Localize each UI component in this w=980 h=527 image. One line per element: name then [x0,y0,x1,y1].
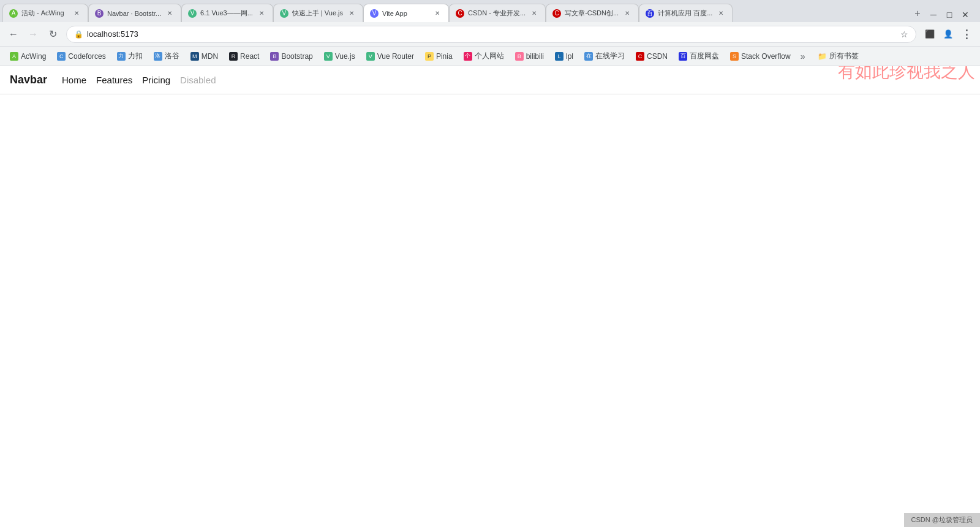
bookmark-label-12: lpl [566,52,573,61]
bookmark-favicon-8: V [366,52,375,61]
maximize-button[interactable]: □ [942,7,957,22]
tab-close-tab3[interactable]: ✕ [257,9,266,18]
bookmark-label-4: MDN [202,52,218,61]
bookmark-favicon-4: M [190,52,199,61]
bookmark-favicon-7: V [324,52,333,61]
tab-close-tab7[interactable]: ✕ [622,9,632,18]
nav-link-home[interactable]: Home [62,75,86,85]
browser-tab-tab6[interactable]: CCSDN - 专业开发...✕ [449,4,546,22]
bookmark-favicon-2: 力 [117,52,126,61]
tab-title-tab8: 计算机应用 百度... [658,9,712,18]
bookmark-favicon-0: A [10,52,18,61]
url-display: localhost:5173 [87,29,897,39]
bookmark-favicon-3: 洛 [154,52,162,61]
csdn-footer-text: @垃圾管理员 [932,516,973,523]
browser-tab-tab2[interactable]: BNavbar · Bootstr...✕ [88,4,181,22]
bookmark-15[interactable]: 百百度网盘 [674,49,724,64]
window-controls: ─ □ ✕ [926,7,978,22]
tab-favicon-tab8: 百 [646,9,654,18]
bookmark-label-11: bilibili [526,52,544,61]
browser-tab-tab5[interactable]: VVite App✕ [363,4,449,22]
bookmark-2[interactable]: 力力扣 [112,49,148,64]
browser-tab-tab3[interactable]: V6.1 Vue3——网...✕ [181,4,273,22]
bookmark-favicon-6: B [270,52,279,61]
bookmark-7[interactable]: VVue.js [319,49,360,64]
bookmark-favicon-16: S [730,52,739,61]
bookmark-favicon-14: C [636,52,644,61]
bookmark-13[interactable]: 在在线学习 [579,49,630,64]
bookmark-label-9: Pinia [436,52,453,61]
tab-close-tab2[interactable]: ✕ [165,9,175,18]
browser-tab-tab1[interactable]: A活动 - AcWing✕ [2,4,88,22]
nav-link-features[interactable]: Features [96,75,132,85]
bookmark-label-1: Codeforces [68,52,105,61]
bookmark-favicon-15: 百 [679,52,687,61]
tab-bar-row: A活动 - AcWing✕BNavbar · Bootstr...✕V6.1 V… [2,4,907,22]
tab-favicon-tab2: B [95,9,104,18]
tab-title-tab2: Navbar · Bootstr... [107,10,161,17]
page-content: Navbar HomeFeaturesPricingDisabled There… [0,66,980,527]
star-icon[interactable]: ☆ [900,29,908,39]
tab-close-tab4[interactable]: ✕ [347,9,356,18]
bookmark-favicon-9: P [425,52,434,61]
tab-title-tab1: 活动 - AcWing [21,9,68,18]
profile-button[interactable]: 👤 [940,26,957,43]
tab-close-tab1[interactable]: ✕ [72,9,81,18]
tab-favicon-tab5: V [370,9,379,18]
folder-icon: 📁 [818,52,827,61]
bookmark-label-8: Vue Router [377,52,414,61]
minimize-button[interactable]: ─ [926,7,941,22]
tab-close-tab8[interactable]: ✕ [716,9,726,18]
bookmark-11[interactable]: Bbilibili [510,49,549,64]
browser-tab-tab7[interactable]: C写文章-CSDN创...✕ [546,4,639,22]
bookmark-label-10: 个人网站 [475,51,504,61]
tab-close-tab5[interactable]: ✕ [432,9,442,18]
forward-button: → [24,26,42,43]
app-navbar: Navbar HomeFeaturesPricingDisabled [0,66,980,94]
bookmark-label-3: 洛谷 [165,51,179,61]
bookmark-label-16: Stack Overflow [741,52,791,61]
bookmark-label-15: 百度网盘 [690,51,719,61]
bookmark-16[interactable]: SStack Overflow [725,49,796,64]
browser-tab-tab4[interactable]: V快速上手 | Vue.js✕ [273,4,363,22]
browser-tab-tab8[interactable]: 百计算机应用 百度...✕ [639,4,733,22]
tab-title-tab4: 快速上手 | Vue.js [292,9,343,18]
bookmark-8[interactable]: VVue Router [361,49,419,64]
bookmark-favicon-12: L [555,52,564,61]
tab-title-tab3: 6.1 Vue3——网... [200,9,253,18]
csdn-footer: CSDN @垃圾管理员 [904,513,980,527]
bookmark-6[interactable]: BBootstrap [265,49,317,64]
nav-link-disabled: Disabled [180,75,216,85]
bookmark-3[interactable]: 洛洛谷 [149,49,184,64]
close-button[interactable]: ✕ [958,7,973,22]
new-tab-button[interactable]: + [909,5,926,22]
bookmark-4[interactable]: MMDN [186,49,223,64]
bookmark-10[interactable]: 个个人网站 [459,49,509,64]
bookmark-9[interactable]: PPinia [420,49,458,64]
all-bookmarks-button[interactable]: 📁所有书签 [813,49,864,64]
menu-button[interactable]: ⋮ [958,26,975,43]
bookmarks-more-button[interactable]: » [797,49,809,64]
bookmark-1[interactable]: CCodeforces [52,49,110,64]
bookmark-label-6: Bootstrap [281,52,312,61]
tab-close-tab6[interactable]: ✕ [529,9,539,18]
bookmark-14[interactable]: CCSDN [631,49,673,64]
back-button[interactable]: ← [5,26,22,43]
browser-window: A活动 - AcWing✕BNavbar · Bootstr...✕V6.1 V… [0,0,980,527]
tab-title-tab5: Vite App [382,10,429,17]
navbar-brand[interactable]: Navbar [10,74,47,86]
bookmark-0[interactable]: AAcWing [5,49,51,64]
bookmark-12[interactable]: Llpl [550,49,578,64]
bookmark-label-5: React [240,52,259,61]
bookmark-5[interactable]: RReact [224,49,264,64]
bookmark-favicon-5: R [229,52,238,61]
extensions-button[interactable]: ⬛ [921,26,938,43]
bookmark-label-0: AcWing [21,52,46,61]
toolbar-actions: ⬛ 👤 ⋮ [921,26,975,43]
nav-link-pricing[interactable]: Pricing [142,75,170,85]
bookmark-label-14: CSDN [647,52,668,61]
reload-button[interactable]: ↻ [44,26,61,43]
bookmarks-bar: AAcWingCCodeforces力力扣洛洛谷MMDNRReactBBoots… [0,47,980,66]
address-bar[interactable]: 🔒 localhost:5173 ☆ [66,26,916,43]
bookmark-label-13: 在线学习 [595,51,625,61]
